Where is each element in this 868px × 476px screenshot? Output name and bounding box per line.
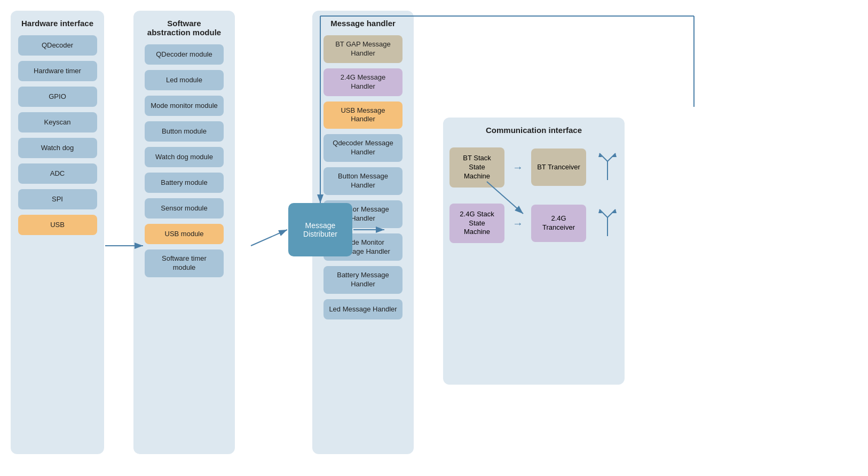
communication-interface-column: Communication interface BT Stack State M…: [443, 118, 625, 385]
mh-usb: USB Message Handler: [323, 102, 403, 129]
comm-inner: BT Stack State Machine → BT Tranceiver: [449, 147, 618, 243]
hw-keyscan: Keyscan: [18, 112, 97, 132]
24g-stack: 2.4G Stack State Machine: [449, 204, 504, 244]
sw-button: Button module: [145, 121, 224, 142]
24g-tranceiver: 2.4G Tranceiver: [531, 205, 586, 242]
svg-marker-9: [612, 209, 617, 213]
svg-marker-4: [612, 153, 617, 157]
message-handler-title: Message handler: [330, 19, 396, 28]
software-abstraction-title: Softwareabstraction module: [147, 19, 221, 37]
hw-watchdog: Watch dog: [18, 138, 97, 158]
hw-usb: USB: [18, 215, 97, 235]
sw-battery: Battery module: [145, 173, 224, 193]
sw-usb: USB module: [145, 224, 224, 244]
mh-battery: Battery Message Handler: [323, 266, 403, 294]
svg-line-1: [599, 153, 607, 161]
hw-gpio: GPIO: [18, 87, 97, 107]
svg-line-6: [599, 209, 607, 217]
bt-antenna-icon: [597, 151, 618, 184]
message-distributer: Message Distributer: [288, 203, 352, 256]
sw-qdecoder: QDecoder module: [145, 44, 224, 65]
comm-row-bt: BT Stack State Machine → BT Tranceiver: [449, 147, 618, 188]
comm-row-24g: 2.4G Stack State Machine → 2.4G Tranceiv…: [449, 204, 618, 244]
hw-spi: SPI: [18, 189, 97, 209]
sw-software-timer: Software timer module: [145, 249, 224, 277]
hw-qdecoder: QDecoder: [18, 35, 97, 56]
hardware-interface-title: Hardware interface: [21, 19, 93, 28]
hw-hardware-timer: Hardware timer: [18, 61, 97, 81]
sw-watchdog: Watch dog module: [145, 147, 224, 167]
diagram-container: Hardware interface QDecoder Hardware tim…: [0, 0, 868, 476]
mh-button: Button Message Handler: [323, 167, 403, 195]
sw-mode-monitor: Mode monitor module: [145, 96, 224, 116]
comm-interface-title: Communication interface: [486, 126, 582, 135]
mh-24g: 2.4G Message Handler: [323, 68, 403, 96]
mh-qdecoder: Qdecoder Message Handler: [323, 134, 403, 162]
hardware-interface-column: Hardware interface QDecoder Hardware tim…: [11, 11, 104, 454]
sw-sensor: Sensor module: [145, 198, 224, 219]
24g-antenna-icon: [597, 207, 618, 240]
sw-led: Led module: [145, 70, 224, 90]
hw-adc: ADC: [18, 163, 97, 184]
mh-led: Led Message Handler: [323, 299, 403, 319]
bt-tranceiver: BT Tranceiver: [531, 149, 586, 186]
bt-stack: BT Stack State Machine: [449, 147, 504, 188]
mh-bt-gap: BT GAP Message Handler: [323, 35, 403, 63]
software-abstraction-column: Softwareabstraction module QDecoder modu…: [133, 11, 235, 454]
